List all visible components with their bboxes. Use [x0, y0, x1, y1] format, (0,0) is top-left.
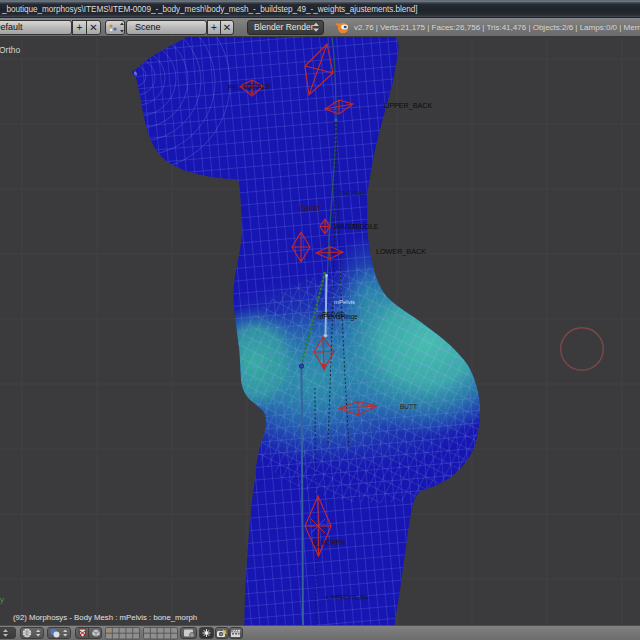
- svg-text:UPPER_BACK: UPPER_BACK: [384, 101, 433, 110]
- svg-text:(92) Morphosys - Body Mesh : m: (92) Morphosys - Body Mesh : mPelvis : b…: [13, 613, 197, 622]
- svg-text:BUTT: BUTT: [400, 403, 417, 410]
- svg-text:mPelvisHinge: mPelvisHinge: [318, 313, 358, 321]
- svg-text:CHEST: CHEST: [299, 205, 321, 212]
- svg-text:Ortho: Ortho: [0, 45, 21, 55]
- svg-text:PECTORALS: PECTORALS: [228, 83, 271, 91]
- svg-text:LOWER_BACK: LOWER_BACK: [376, 247, 426, 256]
- svg-text:MIDDLE: MIDDLE: [352, 223, 379, 230]
- svg-text:y: y: [0, 595, 4, 604]
- svg-text:mPelvis: mPelvis: [334, 299, 355, 305]
- svg-text:s_MPELVIS_BS: s_MPELVIS_BS: [325, 594, 368, 600]
- svg-text:B_MORPH: B_MORPH: [313, 539, 345, 547]
- svg-text:THORAX: THORAX: [339, 190, 367, 197]
